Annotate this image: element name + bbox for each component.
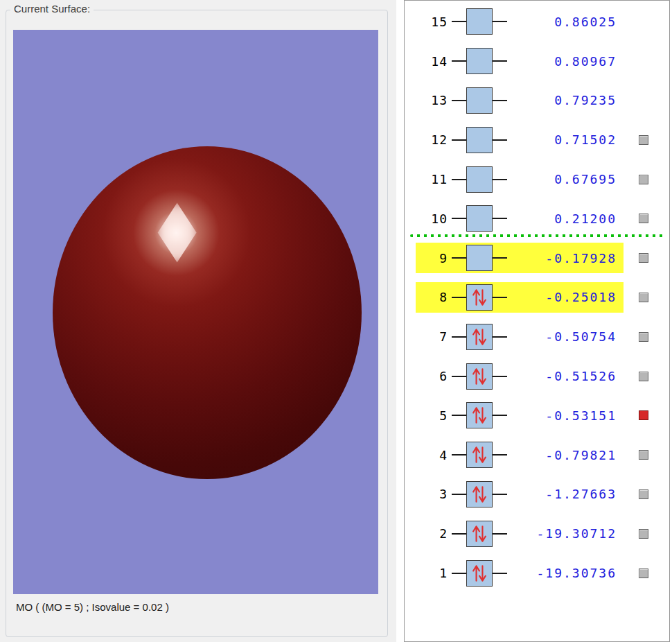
mo-orbital-box[interactable] [466,521,493,547]
mo-level-row: 11 0.67695 [405,159,669,199]
level-line-left [452,336,466,338]
mo-orbital-box[interactable] [466,166,493,193]
mo-energy-value: 0.79235 [507,93,617,107]
mo-checkbox-slot [639,214,648,223]
mo-orbital-box[interactable] [466,402,493,428]
level-line-right [493,100,507,101]
level-line-left [452,218,466,219]
mo-index-label: 12 [416,132,448,147]
electron-spin-up-down-arrows-icon [468,562,490,584]
mo-index-label: 9 [416,251,448,266]
level-line-left [452,494,466,495]
level-line-right [493,139,507,141]
level-line-right [493,336,507,338]
mo-isosurface-sphere [53,146,362,479]
level-line-right [493,494,507,495]
electron-spin-up-down-arrows-icon [468,483,490,505]
mo-level-highlight-zone: 14 0.80967 [416,46,624,76]
mo-level-row: 13 0.79235 [405,81,669,121]
mo-orbital-box[interactable] [466,284,493,311]
mo-index-label: 1 [416,566,448,580]
mo-select-checkbox[interactable] [639,569,648,578]
mo-orbital-box[interactable] [466,205,493,232]
level-line-left [452,297,466,298]
mo-index-label: 13 [416,93,448,107]
level-line-right [493,60,507,62]
mo-checkbox-slot [639,56,648,66]
mo-orbital-box[interactable] [466,442,493,468]
mo-level-highlight-zone: 7 -0.50754 [416,322,624,352]
mo-level-row: 6 -0.51526 [405,356,669,396]
mo-orbital-box[interactable] [466,245,493,271]
level-line-right [493,179,507,180]
level-line-left [452,454,466,456]
mo-select-checkbox[interactable] [639,529,648,539]
mo-orbital-box[interactable] [466,87,493,114]
mo-orbital-box[interactable] [466,363,493,390]
mo-energy-value: -19.30712 [507,526,617,541]
mo-energy-value: 0.86025 [507,15,617,29]
level-line-right [493,218,507,219]
mo-level-row: 7 -0.50754 [405,317,669,356]
mo-energy-value: 0.80967 [507,54,617,69]
mo-level-highlight-zone: 13 0.79235 [416,85,624,116]
level-line-right [493,376,507,377]
mo-energy-value: -0.79821 [507,448,617,462]
mo-level-highlight-zone: 1 -19.30736 [416,558,624,589]
level-line-left [452,100,466,101]
mo-level-highlight-zone: 11 0.67695 [416,164,624,195]
surface-panel: Current Surface: MO ( (MO = 5) ; Isovalu… [0,0,396,642]
mo-level-row: 1 -19.30736 [405,553,669,593]
mo-index-label: 14 [416,54,448,69]
mo-energy-value: -0.51526 [507,369,617,383]
mo-checkbox-slot [639,489,648,499]
mo-energy-value: 0.21200 [507,211,617,226]
mo-orbital-box[interactable] [466,8,493,35]
level-line-right [493,297,507,298]
mo-select-checkbox[interactable] [639,293,648,302]
level-line-left [452,179,466,180]
mo-orbital-box[interactable] [466,324,493,350]
level-line-left [452,257,466,259]
mo-orbital-box[interactable] [466,48,493,74]
mo-energy-value: -0.25018 [507,290,617,304]
mo-level-row: 9 -0.17928 [405,238,669,278]
electron-spin-up-down-arrows-icon [468,404,490,426]
mo-orbital-box[interactable] [466,560,493,587]
mo-energy-value: -1.27663 [507,487,617,501]
mo-checkbox-slot [639,17,648,26]
mo-select-checkbox[interactable] [639,372,648,381]
mo-index-label: 4 [416,448,448,462]
mo-select-checkbox[interactable] [639,253,648,263]
mo-level-highlight-zone: 12 0.71502 [416,125,624,155]
mo-orbital-box[interactable] [466,127,493,153]
mo-index-label: 15 [416,15,448,29]
level-line-left [452,533,466,535]
electron-spin-up-down-arrows-icon [468,365,490,388]
mo-select-checkbox[interactable] [639,450,648,460]
render-viewport[interactable] [13,30,378,594]
mo-index-label: 2 [416,526,448,541]
mo-checkbox-slot [639,96,648,105]
electron-spin-up-down-arrows-icon [468,444,490,466]
mo-level-row: 2 -19.30712 [405,514,669,553]
surface-caption: MO ( (MO = 5) ; Isovalue = 0.02 ) [16,601,169,613]
mo-select-checkbox[interactable] [639,214,648,223]
mo-select-checkbox[interactable] [639,410,648,420]
mo-level-row: 12 0.71502 [405,120,669,159]
mo-checkbox-slot [639,253,648,263]
mo-level-highlight-zone: 5 -0.53151 [416,400,624,431]
mo-level-highlight-zone: 3 -1.27663 [416,479,624,510]
current-surface-groupbox: Current Surface: MO ( (MO = 5) ; Isovalu… [6,10,388,637]
mo-orbital-box[interactable] [466,481,493,507]
electron-spin-up-down-arrows-icon [468,286,490,309]
mo-checkbox-slot [639,332,648,342]
electron-spin-up-down-arrows-icon [468,326,490,348]
mo-level-row: 3 -1.27663 [405,475,669,514]
mo-select-checkbox[interactable] [639,175,648,184]
mo-select-checkbox[interactable] [639,135,648,145]
mo-select-checkbox[interactable] [639,332,648,342]
mo-select-checkbox[interactable] [639,489,648,499]
mo-energy-value: -0.50754 [507,329,617,344]
level-line-right [493,415,507,416]
